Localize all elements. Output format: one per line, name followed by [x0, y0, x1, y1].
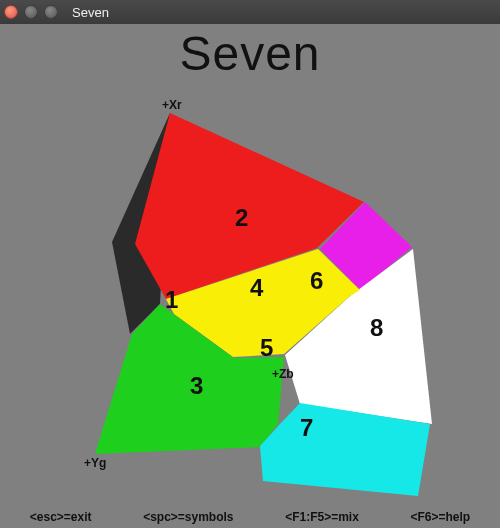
minimize-icon[interactable] — [24, 5, 38, 19]
region-label-2: 2 — [235, 204, 248, 232]
region-label-6: 6 — [310, 267, 323, 295]
region-label-4: 4 — [250, 274, 263, 302]
region-label-8: 8 — [370, 314, 383, 342]
maximize-icon[interactable] — [44, 5, 58, 19]
axis-label-zb: +Zb — [272, 367, 294, 381]
region-label-5: 5 — [260, 334, 273, 362]
axis-label-yg: +Yg — [84, 456, 106, 470]
region-label-1: 1 — [165, 286, 178, 314]
window-title: Seven — [72, 5, 109, 20]
close-icon[interactable] — [4, 5, 18, 19]
hint-spc: <spc>=symbols — [143, 510, 233, 524]
render-canvas: Seven +Xr +Yg +Zb 1 2 3 4 5 6 7 8 <esc>=… — [0, 24, 500, 528]
axis-label-xr: +Xr — [162, 98, 182, 112]
region-label-7: 7 — [300, 414, 313, 442]
status-bar: <esc>=exit <spc>=symbols <F1:F5>=mix <F6… — [0, 510, 500, 524]
hint-esc: <esc>=exit — [30, 510, 92, 524]
hint-f1f5: <F1:F5>=mix — [285, 510, 359, 524]
window-titlebar: Seven — [0, 0, 500, 24]
hint-f6: <F6>=help — [410, 510, 470, 524]
region-label-3: 3 — [190, 372, 203, 400]
